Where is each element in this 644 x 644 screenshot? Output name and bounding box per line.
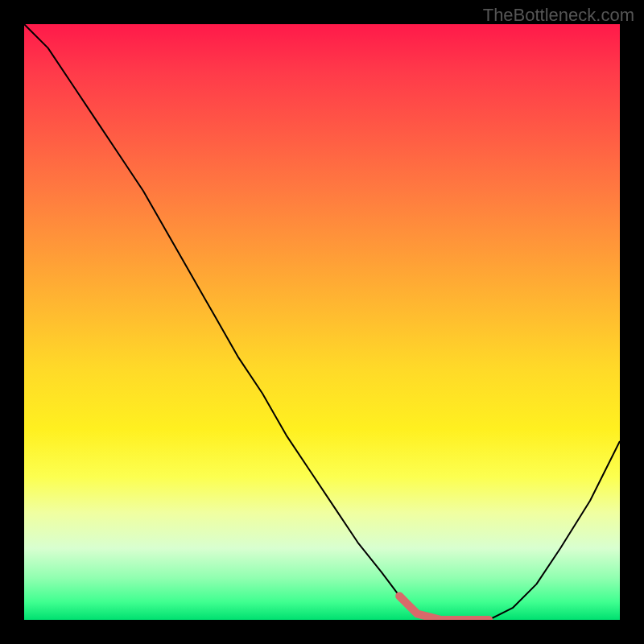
bottleneck-curve: [24, 24, 620, 620]
watermark-text: TheBottleneck.com: [483, 5, 634, 26]
chart-svg: [24, 24, 620, 620]
plot-area: [24, 24, 620, 620]
highlight-segment: [399, 596, 489, 620]
